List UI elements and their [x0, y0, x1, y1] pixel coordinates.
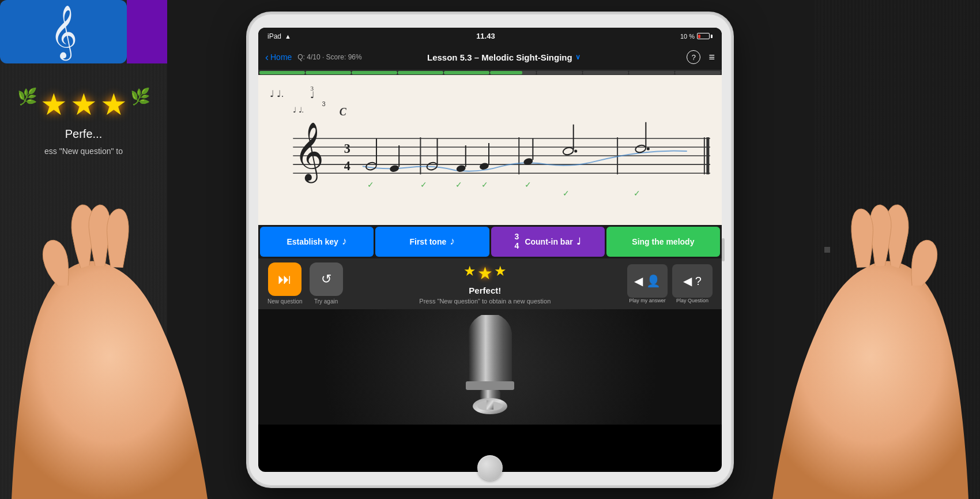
svg-rect-56: [487, 400, 493, 410]
ipad-label: iPad: [267, 32, 281, 40]
svg-text:3: 3: [322, 100, 326, 107]
right-background-panel: [813, 0, 980, 499]
star-filled-1-icon: ★: [463, 263, 476, 283]
svg-text:𝄞: 𝄞: [294, 122, 324, 183]
play-question-group: ◀ ? Play Question: [672, 264, 713, 303]
back-button[interactable]: ‹ Home Q: 4/10 · Score: 96%: [265, 51, 362, 63]
svg-text:♩: ♩: [310, 89, 315, 99]
stars-row: 🌿 ★ ★ ★ 🌿: [17, 87, 150, 122]
feedback-area: ★ ★ ★ Perfect! Press "New question" to o…: [350, 263, 620, 305]
svg-point-19: [389, 164, 399, 172]
help-icon: ?: [692, 53, 696, 62]
time-sig-display: 3 4: [515, 232, 519, 250]
back-label: Home: [270, 52, 292, 62]
star1-icon: ★: [40, 87, 67, 122]
leaf-left-icon: 🌿: [17, 87, 37, 122]
nav-bar: ‹ Home Q: 4/10 · Score: 96% Lesson 5.3 –…: [258, 45, 722, 70]
status-bar: iPad ▲ 11.43 10 %: [258, 28, 722, 45]
perf-text: Perfe...: [65, 127, 102, 141]
progress-seg-6: [490, 71, 536, 74]
staff-svg: ♩ ♩. 3 ♩ C 𝄞 3 4: [258, 75, 722, 225]
svg-point-30: [574, 149, 577, 152]
back-chevron-icon: ‹: [265, 51, 269, 63]
dropdown-chevron-icon[interactable]: ∨: [575, 53, 581, 61]
nav-right-buttons: ? ≡: [646, 50, 715, 64]
battery-label: 10 %: [680, 33, 695, 40]
bottom-controls: ⏭ New question ↺ Try again ★ ★ ★ Perfect…: [258, 258, 722, 309]
count-in-bar-label: Count-in bar: [525, 237, 572, 246]
sing-melody-button[interactable]: Sing the melody: [606, 227, 720, 257]
wifi-icon: ▲: [285, 33, 291, 40]
purple-bg-strip: [127, 0, 167, 63]
svg-text:✓: ✓: [455, 180, 462, 189]
try-again-label: Try again: [314, 298, 338, 305]
microphone-area: [258, 309, 722, 425]
status-left: iPad ▲: [267, 32, 291, 40]
svg-point-29: [562, 146, 574, 155]
establish-key-button[interactable]: Establish key ♪: [260, 227, 374, 257]
svg-text:3: 3: [344, 141, 350, 156]
play-my-answer-icon: ◀ 👤: [634, 274, 661, 288]
treble-clef-bg-icon: 𝄞: [50, 9, 77, 55]
svg-point-17: [365, 161, 378, 170]
menu-button[interactable]: ≡: [708, 51, 715, 63]
home-button[interactable]: [477, 455, 503, 481]
first-tone-button[interactable]: First tone ♪: [375, 227, 489, 257]
ipad-screen: iPad ▲ 11.43 10 % ‹ Home Q: 4/10 · S: [258, 28, 722, 472]
try-again-button[interactable]: ↺: [310, 262, 343, 296]
svg-point-33: [647, 147, 650, 150]
first-tone-icon: ♪: [450, 235, 455, 247]
status-right: 10 %: [680, 33, 713, 40]
new-question-icon: ⏭: [278, 271, 292, 287]
play-question-icon: ◀ ?: [683, 274, 702, 288]
time-sig-top: 3: [515, 232, 519, 241]
battery-fill: [698, 35, 700, 38]
try-again-icon: ↺: [321, 272, 331, 287]
establish-key-label: Establish key: [287, 237, 338, 246]
play-question-button[interactable]: ◀ ?: [672, 264, 713, 298]
svg-text:♩  ♩.: ♩ ♩.: [293, 105, 304, 114]
press-text: ess "New question" to: [44, 147, 123, 156]
sing-melody-label: Sing the melody: [632, 237, 694, 246]
svg-text:♩ ♩.: ♩ ♩.: [270, 88, 284, 98]
svg-text:✓: ✓: [367, 180, 374, 189]
battery-icon: [697, 33, 713, 39]
establish-key-icon: ♪: [342, 235, 347, 247]
progress-seg-5: [444, 71, 489, 74]
svg-text:C: C: [340, 106, 347, 117]
mic-svg: [444, 315, 536, 419]
sheet-music-area: ♩ ♩. 3 ♩ C 𝄞 3 4: [258, 75, 722, 225]
leaf-right-icon: 🌿: [130, 87, 150, 122]
score-label: Q: 4/10 · Score: 96%: [297, 53, 361, 61]
progress-seg-8: [583, 71, 628, 74]
play-question-label: Play Question: [676, 298, 708, 303]
status-time: 11.43: [476, 32, 495, 40]
new-question-label: New question: [267, 298, 303, 305]
star-filled-2-icon: ★: [494, 263, 507, 283]
progress-bar-area: [258, 70, 722, 75]
count-in-bar-button[interactable]: 3 4 Count-in bar ♩: [491, 227, 605, 257]
time-sig-bottom: 4: [515, 242, 519, 250]
left-background-panel: 𝄞 🌿 ★ ★ ★ 🌿 Perfe... ess "New question" …: [0, 0, 167, 499]
progress-seg-7: [537, 71, 582, 74]
first-tone-label: First tone: [409, 237, 446, 246]
feedback-stars: ★ ★ ★: [463, 263, 507, 283]
new-question-button[interactable]: ⏭: [268, 262, 301, 296]
ipad-frame: iPad ▲ 11.43 10 % ‹ Home Q: 4/10 · S: [248, 13, 732, 486]
speaker-dot: [824, 247, 830, 253]
progress-seg-4: [398, 71, 443, 74]
side-button: [722, 238, 725, 261]
svg-text:✓: ✓: [634, 189, 640, 198]
music-app-bg-blue: 𝄞: [0, 0, 127, 63]
star-big-icon: ★: [477, 263, 493, 283]
play-my-answer-label: Play my answer: [629, 298, 666, 303]
progress-seg-9: [629, 71, 674, 74]
help-button[interactable]: ?: [687, 50, 700, 64]
star2-icon: ★: [70, 87, 97, 122]
play-my-answer-button[interactable]: ◀ 👤: [627, 264, 668, 298]
star3-icon: ★: [100, 87, 127, 122]
progress-seg-10: [675, 71, 721, 74]
svg-text:✓: ✓: [420, 180, 427, 189]
battery-cap: [711, 35, 713, 38]
action-buttons-row: Establish key ♪ First tone ♪ 3 4 Count-i…: [258, 225, 722, 258]
